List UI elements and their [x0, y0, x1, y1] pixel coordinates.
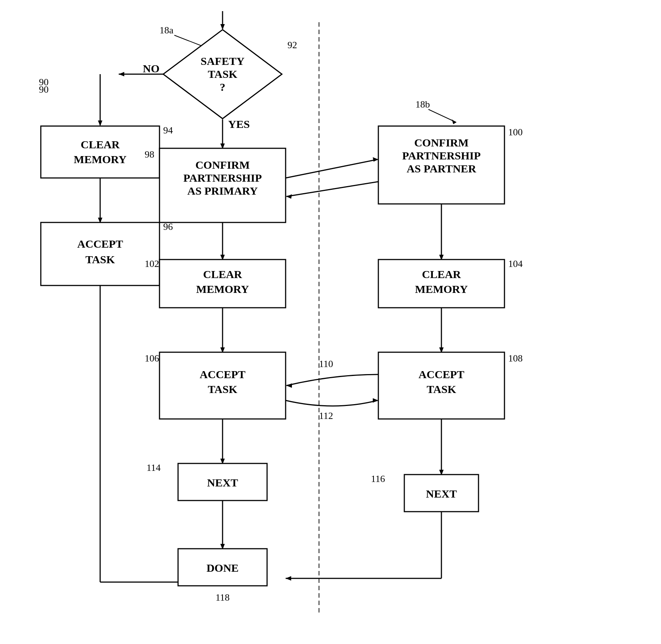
confirm-partner-text-2: PARTNERSHIP	[402, 149, 481, 162]
ref-110-label: 110	[319, 359, 333, 369]
next-116-text: NEXT	[426, 488, 457, 500]
ref-94-label: 94	[163, 125, 173, 136]
ref-106-label: 106	[145, 353, 159, 364]
confirm-primary-text-2: PARTNERSHIP	[183, 172, 262, 184]
svg-marker-8	[119, 72, 124, 76]
ref-108-label: 108	[508, 353, 523, 364]
safety-task-text-2: TASK	[208, 68, 237, 80]
safety-task-text-1: SAFETY	[201, 55, 245, 67]
svg-line-18	[286, 159, 378, 178]
ref-100-label: 100	[508, 127, 523, 138]
ref-112-label: 112	[319, 410, 333, 421]
ref-102-label: 102	[145, 258, 159, 269]
ref-116-label: 116	[371, 473, 385, 484]
accept-task-96-text-2: TASK	[85, 253, 115, 265]
svg-marker-40	[286, 576, 291, 581]
done-118-text: DONE	[207, 562, 239, 574]
ref-98-label: 98	[145, 149, 154, 160]
confirm-partner-text-1: CONFIRM	[414, 136, 469, 149]
clear-memory-94-text-2: MEMORY	[74, 153, 127, 165]
clear-memory-104-text-2: MEMORY	[415, 283, 468, 295]
accept-task-108-text-1: ACCEPT	[418, 368, 464, 380]
next-114-text: NEXT	[207, 476, 238, 489]
svg-marker-21	[286, 194, 292, 199]
clear-memory-102-text-2: MEMORY	[196, 283, 249, 295]
svg-marker-30	[286, 383, 292, 388]
accept-task-108-text-2: TASK	[427, 383, 456, 395]
ref-92-label: 92	[287, 40, 297, 50]
clear-memory-104-text-1: CLEAR	[422, 268, 461, 280]
svg-marker-6	[220, 24, 225, 30]
accept-task-96-text-1: ACCEPT	[77, 238, 123, 250]
svg-line-3	[428, 109, 456, 122]
accept-task-106-text-2: TASK	[208, 383, 237, 395]
clear-memory-94-text-1: CLEAR	[80, 138, 119, 151]
ref-18b-label: 18b	[415, 99, 430, 110]
svg-marker-19	[373, 157, 378, 162]
ref-18a-label: 18a	[160, 25, 174, 36]
svg-marker-31	[373, 398, 378, 403]
clear-memory-102-text-1: CLEAR	[203, 268, 242, 280]
confirm-primary-text-1: CONFIRM	[195, 159, 250, 171]
accept-task-106-text-1: ACCEPT	[200, 368, 245, 380]
clear-memory-94-box	[41, 126, 160, 178]
no-label: NO	[143, 62, 160, 75]
confirm-primary-text-3: AS PRIMARY	[187, 185, 258, 197]
ref-90-label-2: 90	[39, 84, 49, 95]
yes-label: YES	[228, 118, 250, 130]
svg-marker-12	[98, 120, 102, 126]
confirm-partner-text-3: AS PARTNER	[407, 162, 476, 175]
ref-104-label: 104	[508, 258, 523, 269]
svg-line-20	[286, 182, 378, 196]
ref-114-label: 114	[147, 462, 161, 473]
safety-task-text-3: ?	[220, 81, 226, 93]
ref-118-label: 118	[216, 592, 230, 603]
